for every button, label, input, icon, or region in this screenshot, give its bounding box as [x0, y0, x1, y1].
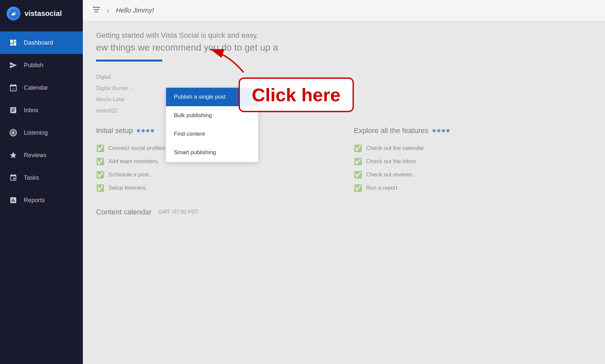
greeting-text: Hello Jimmy!: [116, 7, 154, 14]
dot-4: [151, 129, 154, 132]
main-area: ‹ Hello Jimmy! Getting started with Vist…: [83, 0, 605, 364]
calendar-icon: 21: [8, 82, 19, 93]
explore-item-2: ✅ Check out the inbox.: [354, 155, 592, 168]
check-icon-2: ✅: [96, 158, 104, 165]
check-icon-8: ✅: [354, 184, 362, 192]
profile-name: ntolin822: [96, 108, 118, 114]
explore-item-3: ✅ Check out reviews.: [354, 168, 592, 181]
publish-label: Publish: [24, 62, 43, 69]
sidebar-item-publish[interactable]: Publish: [0, 54, 83, 76]
profile-name: Digital: [96, 74, 111, 80]
svg-text:21: 21: [12, 88, 15, 91]
blue-progress-bar: [96, 60, 162, 62]
check-icon-7: ✅: [354, 171, 362, 179]
dot-3: [146, 129, 149, 132]
dot-7: [442, 129, 445, 132]
getting-started-text: Getting started with Vista Social is qui…: [96, 31, 592, 40]
publish-icon: [8, 60, 19, 70]
timezone-text: GMT -07:00 PDT: [158, 209, 199, 215]
listening-label: Listening: [24, 129, 48, 136]
filter-icon[interactable]: [93, 7, 100, 14]
listening-icon: [8, 127, 19, 138]
dropdown-item-smart-publishing[interactable]: Smart publishing: [166, 143, 258, 162]
brand-name: vistasocial: [25, 9, 62, 18]
sidebar-item-reports[interactable]: Reports: [0, 189, 83, 211]
reviews-label: Reviews: [24, 152, 46, 159]
explore-item-1: ✅ Check out the calendar.: [354, 142, 592, 155]
sidebar-item-inbox[interactable]: Inbox: [0, 99, 83, 121]
inbox-label: Inbox: [24, 107, 38, 114]
dropdown-item-find-content[interactable]: Find content: [166, 125, 258, 143]
check-icon-4: ✅: [96, 184, 104, 192]
dashboard-icon: [8, 37, 19, 48]
sidebar-item-tasks[interactable]: Tasks: [0, 166, 83, 189]
tasks-icon: [8, 172, 19, 183]
dot-8: [446, 129, 450, 132]
check-icon-5: ✅: [354, 144, 362, 152]
setup-item-3: ✅ Schedule a post.: [96, 168, 334, 181]
red-arrow-annotation: [184, 43, 250, 76]
content-inner: Getting started with Vista Social is qui…: [83, 21, 605, 230]
click-here-annotation: Click here: [239, 77, 354, 112]
calendar-title: Content calendar GMT -07:00 PDT: [96, 208, 592, 216]
recommend-text: ew things we recommend you do to get up …: [96, 42, 592, 53]
setup-dots: [137, 129, 154, 132]
explore-features-title: Explore all the features: [354, 126, 592, 135]
calendar-section: Content calendar GMT -07:00 PDT: [96, 208, 592, 216]
profile-name: Digital Burner: [96, 85, 128, 91]
reports-icon: [8, 195, 19, 205]
sidebar-item-calendar[interactable]: 21 Calendar: [0, 76, 83, 99]
explore-dots: [432, 129, 450, 132]
inbox-icon: [8, 105, 19, 115]
logo-icon: [7, 7, 21, 21]
check-icon-1: ✅: [96, 144, 104, 152]
click-here-box: Click here: [239, 77, 354, 112]
profile-name: Words Later: [96, 97, 125, 103]
sidebar-item-reviews[interactable]: Reviews: [0, 144, 83, 166]
check-icon-3: ✅: [96, 171, 104, 179]
reports-label: Reports: [24, 197, 45, 204]
tasks-label: Tasks: [24, 174, 39, 181]
sidebar-item-dashboard[interactable]: Dashboard: [0, 31, 83, 54]
svg-point-3: [12, 131, 15, 134]
check-icon-6: ✅: [354, 158, 362, 165]
dot-6: [437, 129, 440, 132]
dot-5: [432, 129, 436, 132]
calendar-label: Calendar: [24, 84, 48, 91]
content-area: Getting started with Vista Social is qui…: [83, 21, 605, 364]
explore-features-card: Explore all the features ✅ Check out the…: [354, 126, 592, 195]
setup-item-4: ✅ Setup listeners.: [96, 181, 334, 195]
header: ‹ Hello Jimmy!: [83, 0, 605, 21]
dot-1: [137, 129, 140, 132]
sidebar-nav: Dashboard Publish 21 Calendar: [0, 27, 83, 364]
sidebar-item-listening[interactable]: Listening: [0, 121, 83, 144]
dot-2: [141, 129, 145, 132]
explore-item-4: ✅ Run a report.: [354, 181, 592, 195]
warning-icon: ⚠: [131, 86, 135, 91]
sidebar: vistasocial Dashboard Publish: [0, 0, 83, 364]
reviews-icon: [8, 150, 19, 160]
back-icon[interactable]: ‹: [107, 6, 109, 15]
dashboard-label: Dashboard: [24, 39, 53, 46]
logo-area: vistasocial: [0, 0, 83, 27]
